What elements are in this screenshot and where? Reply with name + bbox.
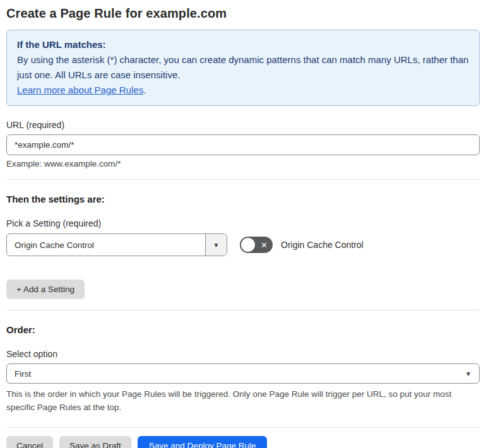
order-select-value: First (15, 369, 31, 379)
cancel-button[interactable]: Cancel (6, 436, 53, 448)
info-box-link-line: Learn more about Page Rules. (17, 83, 469, 98)
url-input[interactable] (6, 134, 480, 155)
chevron-down-icon: ▼ (465, 370, 471, 377)
info-box-heading: If the URL matches: (17, 37, 469, 52)
url-example-text: Example: www.example.com/* (6, 159, 480, 168)
toggle-knob (241, 238, 255, 252)
select-option-label: Select option (6, 349, 480, 359)
learn-more-link[interactable]: Learn more about Page Rules (17, 85, 143, 95)
add-setting-button[interactable]: + Add a Setting (6, 280, 85, 299)
order-select[interactable]: First ▼ (6, 363, 480, 384)
divider-settings-order (6, 310, 480, 310)
info-box-body: By using the asterisk (*) character, you… (17, 52, 469, 83)
settings-heading: Then the settings are: (6, 194, 480, 204)
setting-row: Origin Cache Control ▼ ✕ Origin Cache Co… (6, 233, 480, 256)
order-heading: Order: (6, 324, 480, 335)
chevron-down-icon: ▼ (213, 242, 220, 249)
order-help-text: This is the order in which your Page Rul… (6, 387, 478, 414)
divider-url-settings (6, 179, 480, 180)
toggle-label: Origin Cache Control (281, 240, 364, 250)
save-and-deploy-button[interactable]: Save and Deploy Page Rule (138, 436, 268, 448)
url-match-info-box: If the URL matches: By using the asteris… (6, 30, 480, 106)
save-as-draft-button[interactable]: Save as Draft (59, 436, 131, 448)
create-page-rule-form: Create a Page Rule for example.com If th… (0, 5, 486, 448)
setting-select[interactable]: Origin Cache Control ▼ (6, 233, 227, 256)
pick-setting-label: Pick a Setting (required) (6, 218, 480, 228)
link-period: . (143, 85, 146, 95)
setting-select-value: Origin Cache Control (7, 240, 205, 250)
toggle-off-icon: ✕ (256, 237, 273, 253)
divider-actions (6, 427, 480, 428)
origin-cache-control-toggle[interactable]: ✕ (240, 237, 273, 253)
actions-row: Cancel Save as Draft Save and Deploy Pag… (6, 436, 480, 448)
setting-select-arrow[interactable]: ▼ (205, 234, 227, 256)
page-title: Create a Page Rule for example.com (6, 5, 480, 22)
url-label: URL (required) (6, 120, 480, 130)
